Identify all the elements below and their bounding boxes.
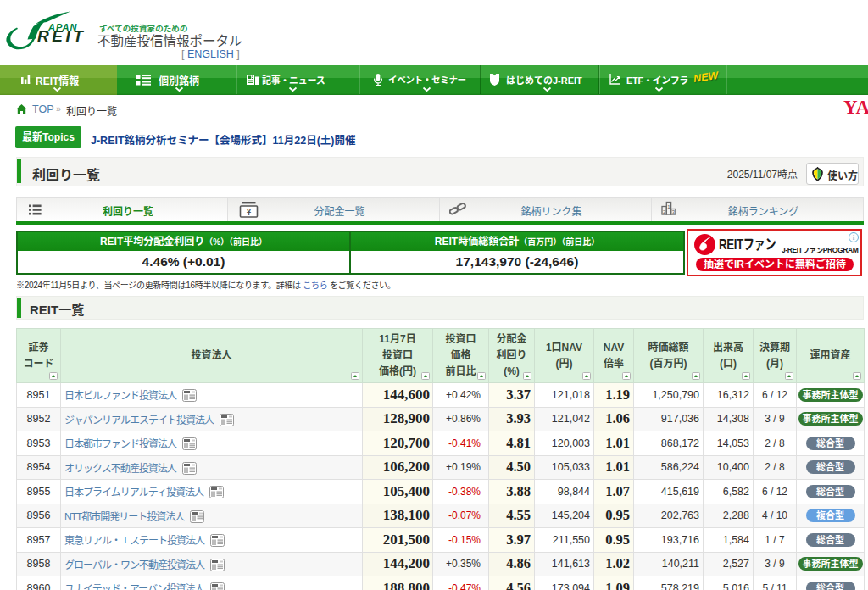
svg-text:REIT: REIT [37,27,86,45]
